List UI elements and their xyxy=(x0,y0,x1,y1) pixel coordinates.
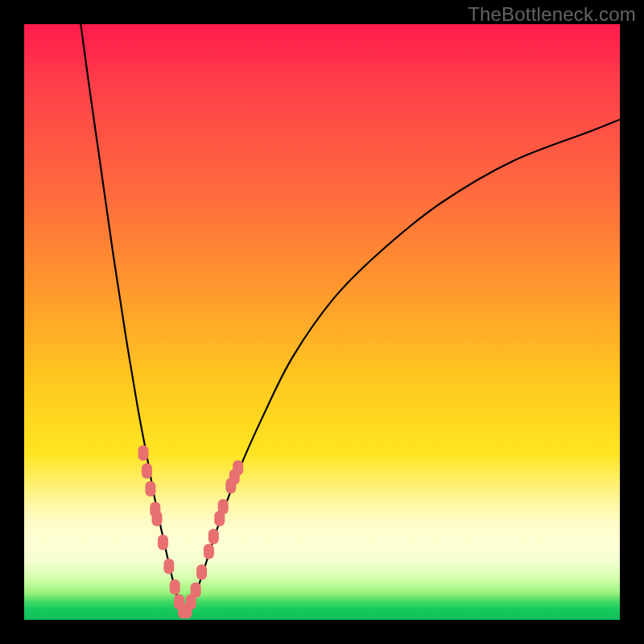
curve-layer xyxy=(24,24,620,620)
right-marker xyxy=(218,499,229,514)
plot-area xyxy=(24,24,620,620)
left-marker xyxy=(142,464,152,479)
right-marker xyxy=(233,460,243,476)
left-marker xyxy=(145,481,155,497)
right-curve xyxy=(185,119,620,613)
left-marker xyxy=(170,580,180,595)
right-marker xyxy=(208,529,219,544)
left-marker xyxy=(152,511,163,526)
right-marker xyxy=(191,583,201,598)
chart-stage: TheBottleneck.com xyxy=(0,0,644,644)
left-marker xyxy=(158,535,168,550)
right-marker xyxy=(204,543,214,559)
right-marker xyxy=(196,564,207,580)
left-curve xyxy=(80,24,185,614)
watermark-text: TheBottleneck.com xyxy=(468,3,636,26)
left-marker xyxy=(138,445,149,460)
left-marker xyxy=(163,559,174,574)
